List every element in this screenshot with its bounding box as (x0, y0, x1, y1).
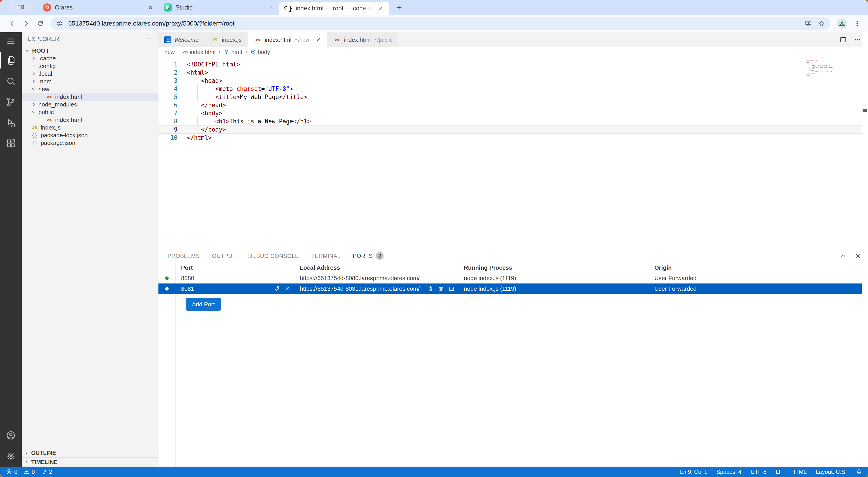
address-bar[interactable]: 6513754d0.laresprime.olares.com/proxy/50… (51, 18, 831, 30)
code-line-2[interactable]: 2<html> (158, 68, 868, 77)
breadcrumb-item-index.html[interactable]: <>index.html (183, 49, 215, 55)
reload-icon[interactable] (37, 20, 44, 27)
tune-icon[interactable] (56, 20, 63, 27)
activitybar-run-debug[interactable] (0, 112, 22, 133)
status-spaces-4[interactable]: Spaces: 4 (716, 469, 741, 475)
status-utf-8[interactable]: UTF-8 (750, 469, 767, 475)
status-error[interactable]: 0 (6, 469, 18, 475)
activitybar-settings-gear[interactable] (0, 446, 22, 467)
port-row-8080[interactable]: 8080https://6513754d-8080.laresprime.ola… (158, 273, 868, 284)
install-app-icon[interactable] (804, 19, 813, 28)
outline-section[interactable]: OUTLINE (22, 448, 158, 457)
tab-close-icon[interactable] (377, 4, 385, 12)
reload-button[interactable] (34, 18, 46, 29)
copy-address-icon[interactable] (427, 286, 433, 292)
tree-item-node_modules[interactable]: node_modules (22, 100, 158, 108)
maximize-panel-icon[interactable] (840, 252, 847, 259)
explorer-actions-icon[interactable] (146, 35, 152, 42)
timeline-section[interactable]: TIMELINE (22, 457, 158, 467)
url-text[interactable]: 6513754d0.laresprime.olares.com/proxy/50… (68, 20, 800, 27)
breadcrumb-item-body[interactable]: body (250, 49, 270, 55)
back-icon[interactable] (8, 20, 16, 27)
tab-close-icon[interactable] (315, 37, 321, 42)
breadcrumb-item-html[interactable]: html (223, 49, 242, 55)
tree-item-new[interactable]: new (22, 85, 158, 93)
status-html[interactable]: HTML (791, 469, 807, 475)
open-browser-icon[interactable] (438, 286, 444, 292)
star-icon[interactable] (818, 20, 825, 27)
close-panel-icon[interactable] (855, 252, 861, 259)
status-warning[interactable]: 0 (23, 469, 35, 475)
more-actions-icon[interactable] (854, 36, 861, 43)
editor-scrollbar[interactable] (862, 32, 868, 467)
close-icon[interactable] (315, 37, 321, 42)
code-line-10[interactable]: 10</html> (158, 133, 868, 142)
code-line-6[interactable]: 6 </head> (158, 101, 868, 109)
editor-tab-Welcome[interactable]: Welcome (158, 32, 205, 47)
tag-label-icon[interactable] (274, 286, 280, 292)
code-line-8[interactable]: 8 <h1>This is a New Page</h1> (158, 117, 868, 125)
tab-profile-chip-button[interactable] (8, 3, 33, 12)
local-address-text[interactable]: https://6513754d-8080.laresprime.olares.… (300, 275, 420, 282)
dots-v-icon[interactable] (853, 20, 861, 27)
panel-tab-problems[interactable]: PROBLEMS (167, 248, 200, 263)
local-address-text[interactable]: https://6513754d-8081.laresprime.olares.… (300, 285, 420, 292)
tree-item-.cache[interactable]: .cache (22, 55, 158, 62)
browser-tab-1[interactable]: Olares (38, 0, 159, 15)
editor-tab-index.html-public[interactable]: <>index.html~/public (327, 32, 399, 47)
browser-tab-3[interactable]: }index.html — root — code-se (279, 2, 389, 15)
panel-tab-output[interactable]: OUTPUT (212, 248, 236, 263)
browser-menu-icon[interactable] (852, 19, 862, 28)
code-line-1[interactable]: 1<!DOCTYPE html> (158, 60, 868, 68)
profile-avatar[interactable] (837, 18, 847, 29)
panel-tab-terminal[interactable]: TERMINAL (311, 248, 340, 263)
close-icon[interactable] (378, 5, 384, 11)
close-icon[interactable] (268, 4, 274, 10)
tree-item-.npm[interactable]: .npm (22, 78, 158, 85)
activitybar-search[interactable] (0, 71, 22, 92)
status-ln-9-col-1[interactable]: Ln 9, Col 1 (680, 469, 707, 475)
install-icon[interactable] (805, 20, 812, 27)
tree-item-package-lock.json[interactable]: {}package-lock.json (22, 131, 158, 139)
forward-button[interactable] (20, 18, 32, 29)
tree-item-.config[interactable]: .config (22, 62, 158, 70)
code-line-5[interactable]: 5 <title>My Web Page</title> (158, 93, 868, 101)
tree-item-index.html[interactable]: <>index.html (22, 116, 158, 124)
status-radio-tower[interactable]: 2 (41, 469, 52, 475)
editor-tab-index.html-new[interactable]: <>index.html~/new (248, 32, 327, 47)
tree-item-ROOT[interactable]: ROOT (22, 47, 158, 55)
site-settings-icon[interactable] (55, 19, 64, 28)
code-editor[interactable]: 1<!DOCTYPE html>2<html>3 <head>4 <meta c… (158, 57, 868, 249)
add-port-button[interactable]: Add Port (186, 298, 221, 310)
breadcrumb-item-new[interactable]: new (164, 49, 175, 55)
close-icon[interactable] (284, 286, 290, 292)
panel-tab-debug-console[interactable]: DEBUG CONSOLE (248, 248, 299, 263)
activitybar-source-control[interactable] (0, 92, 22, 112)
tree-item-index.html[interactable]: <>index.html (22, 93, 158, 100)
new-tab-button[interactable] (394, 2, 404, 12)
tree-item-public[interactable]: public (22, 108, 158, 116)
panel-tab-ports[interactable]: PORTS2 (353, 248, 383, 263)
status-lf[interactable]: LF (776, 469, 782, 475)
browser-tab-2[interactable]: Studio (159, 0, 279, 15)
scrollbar-thumb[interactable] (863, 109, 867, 112)
status-bell[interactable] (856, 469, 862, 475)
code-line-4[interactable]: 4 <meta charset="UTF-8"> (158, 85, 868, 93)
local-address-cell[interactable]: https://6513754d-8080.laresprime.olares.… (294, 273, 458, 283)
forward-icon[interactable] (22, 20, 30, 27)
dots-h-icon[interactable] (146, 35, 152, 42)
code-line-7[interactable]: 7 <body> (158, 109, 868, 117)
close-icon[interactable] (147, 4, 153, 10)
preview-icon[interactable] (448, 286, 455, 292)
activitybar-account[interactable] (0, 425, 22, 446)
code-line-3[interactable]: 3 <head> (158, 77, 868, 85)
activitybar-menu[interactable] (0, 32, 22, 50)
minimap[interactable]: <!DOCTYPE html><html> <head> <meta chars… (806, 60, 858, 76)
tree-item-index.js[interactable]: JSindex.js (22, 124, 158, 131)
editor-tab-index.js[interactable]: JSindex.js (205, 32, 248, 47)
activitybar-extensions[interactable] (0, 133, 22, 154)
activitybar-files[interactable] (0, 50, 22, 71)
tab-close-icon[interactable] (267, 4, 275, 11)
status-layout-u-s-[interactable]: Layout: U.S. (815, 469, 847, 475)
tab-close-icon[interactable] (147, 4, 154, 11)
